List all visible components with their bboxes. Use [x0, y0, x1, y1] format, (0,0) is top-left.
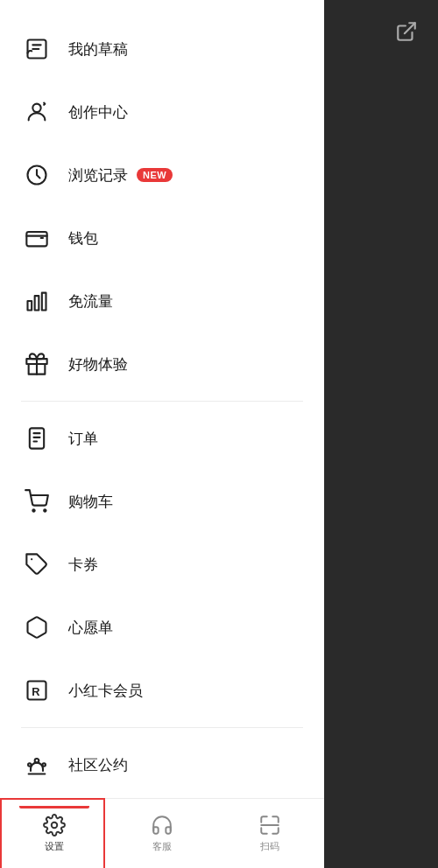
menu-label-wallet: 钱包	[68, 228, 98, 248]
history-icon	[21, 159, 53, 191]
menu-label-goods: 好物体验	[68, 354, 128, 374]
menu-item-membership[interactable]: R小红卡会员	[0, 659, 324, 722]
svg-point-23	[28, 763, 32, 766]
bottom-tab-label-scan: 扫码	[260, 840, 279, 853]
membership-icon: R	[21, 675, 53, 706]
svg-line-0	[405, 23, 415, 33]
svg-point-25	[51, 822, 57, 829]
menu-item-drafts[interactable]: 我的草稿	[0, 18, 324, 80]
bottom-tab-settings[interactable]: 设置	[19, 808, 89, 860]
svg-point-17	[44, 509, 46, 511]
menu-item-creation[interactable]: 创作中心	[0, 80, 324, 144]
bottom-bar: 设置客服扫码	[0, 798, 324, 868]
svg-rect-6	[26, 232, 46, 246]
menu-divider	[21, 727, 303, 728]
bottom-tab-scan[interactable]: 扫码	[235, 808, 305, 860]
menu-label-free-traffic: 免流量	[68, 291, 113, 312]
badge-history: NEW	[137, 168, 173, 182]
creation-icon	[21, 96, 53, 128]
svg-point-24	[42, 763, 46, 766]
wishlist-icon	[21, 612, 53, 643]
svg-point-16	[32, 509, 34, 511]
menu-label-orders: 订单	[68, 429, 98, 449]
menu-label-wishlist: 心愿单	[68, 618, 113, 638]
scan-icon	[258, 814, 281, 836]
svg-point-4	[32, 104, 40, 112]
menu-item-cart[interactable]: 购物车	[0, 470, 324, 533]
menu-label-cart: 购物车	[68, 492, 113, 512]
right-panel	[324, 0, 438, 868]
bottom-tab-label-support: 客服	[152, 840, 172, 853]
menu-label-history: 浏览记录	[68, 165, 128, 186]
svg-rect-7	[28, 301, 32, 311]
svg-rect-9	[42, 293, 46, 311]
menu-divider	[21, 401, 303, 402]
wallet-icon	[21, 222, 53, 254]
menu-item-community[interactable]: 社区公约	[0, 733, 324, 796]
tag-icon	[21, 549, 53, 580]
chart-icon	[21, 285, 53, 317]
settings-icon	[43, 814, 66, 836]
headset-icon	[151, 814, 173, 836]
bottom-tab-support[interactable]: 客服	[127, 808, 197, 860]
menu-label-coupons: 卡券	[68, 555, 98, 575]
svg-rect-8	[35, 296, 39, 310]
orders-icon	[21, 423, 53, 454]
menu-item-coupons[interactable]: 卡券	[0, 533, 324, 596]
menu-label-membership: 小红卡会员	[68, 681, 143, 701]
cart-icon	[21, 486, 53, 517]
menu-label-drafts: 我的草稿	[68, 39, 128, 60]
menu-item-wishlist[interactable]: 心愿单	[0, 596, 324, 659]
svg-rect-12	[30, 428, 44, 448]
menu-label-creation: 创作中心	[68, 102, 128, 122]
external-link-icon[interactable]	[391, 16, 422, 47]
bottom-tab-label-settings: 设置	[45, 840, 64, 853]
drafts-icon	[21, 33, 53, 65]
menu-item-history[interactable]: 浏览记录NEW	[0, 144, 324, 206]
menu-item-orders[interactable]: 订单	[0, 407, 324, 470]
community-icon	[21, 749, 53, 780]
menu-item-goods[interactable]: 好物体验	[0, 332, 324, 396]
menu-label-community: 社区公约	[68, 755, 128, 775]
gift-icon	[21, 348, 53, 380]
menu-container: 我的草稿创作中心浏览记录NEW钱包免流量好物体验订单购物车卡券心愿单R小红卡会员…	[0, 0, 324, 822]
menu-item-free-traffic[interactable]: 免流量	[0, 270, 324, 332]
svg-text:R: R	[32, 685, 39, 698]
menu-item-wallet[interactable]: 钱包	[0, 206, 324, 270]
